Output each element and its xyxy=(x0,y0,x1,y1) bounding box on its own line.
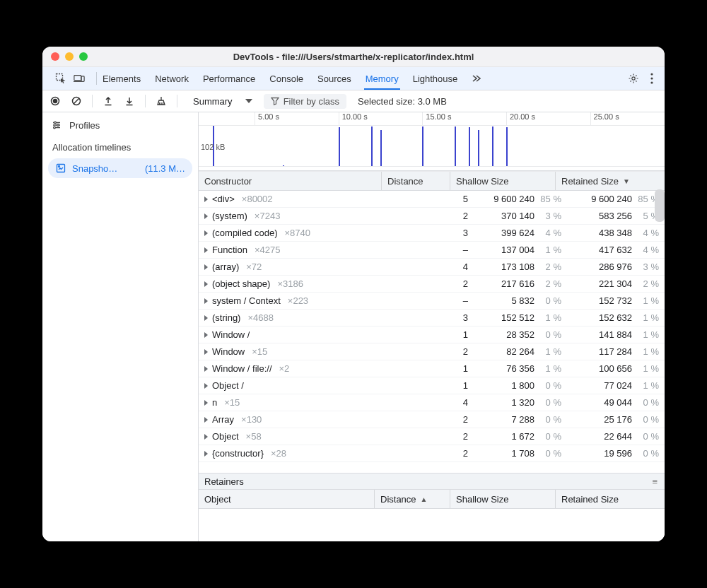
expand-caret-icon[interactable] xyxy=(204,366,208,372)
rcol-distance[interactable]: Distance▲ xyxy=(375,490,450,508)
constructor-name: Object xyxy=(212,431,239,442)
table-row[interactable]: n×1541 3200 %49 0440 % xyxy=(199,394,665,411)
table-row[interactable]: {constructor}×2821 7080 %19 5960 % xyxy=(199,445,665,462)
timeline-y-label: 102 kB xyxy=(201,143,225,151)
instance-count: ×15 xyxy=(252,346,267,357)
constructor-name: (object shape) xyxy=(212,278,270,289)
distance-value: 2 xyxy=(423,448,468,459)
allocation-timeline[interactable]: 5.00 s10.00 s15.00 s20.00 s25.00 s30.00 … xyxy=(199,112,665,171)
col-retained-size[interactable]: Retained Size▼ xyxy=(556,172,665,190)
expand-caret-icon[interactable] xyxy=(204,247,208,253)
tab-elements[interactable]: Elements xyxy=(101,68,142,90)
separator xyxy=(177,95,177,107)
instance-count: ×4688 xyxy=(247,312,274,323)
shallow-size: 1 672 xyxy=(479,431,534,442)
expand-caret-icon[interactable] xyxy=(204,434,208,440)
table-row[interactable]: Window / file://×2176 3561 %100 6561 % xyxy=(199,360,665,377)
close-window-button[interactable] xyxy=(51,52,59,61)
timeline-tick: 20.00 s xyxy=(506,112,535,125)
col-constructor[interactable]: Constructor xyxy=(199,172,382,190)
tab-memory[interactable]: Memory xyxy=(364,68,400,90)
shallow-size: 217 616 xyxy=(479,278,534,289)
table-row[interactable]: Array×13027 2880 %25 1760 % xyxy=(199,411,665,428)
shallow-size: 5 832 xyxy=(479,295,534,306)
svg-point-4 xyxy=(650,73,653,75)
rcol-object[interactable]: Object xyxy=(199,490,375,508)
zoom-window-button[interactable] xyxy=(79,52,88,61)
hamburger-icon[interactable]: ≡ xyxy=(652,476,659,487)
clear-icon[interactable] xyxy=(71,95,82,107)
table-row[interactable]: Object /11 8000 %77 0241 % xyxy=(199,377,665,394)
constructor-name: (array) xyxy=(212,261,239,272)
download-icon[interactable] xyxy=(124,95,135,107)
rcol-shallow[interactable]: Shallow Size xyxy=(450,490,556,508)
grid-body[interactable]: <div>×8000259 600 24085 %9 600 24085 %(s… xyxy=(199,191,665,473)
tab-console[interactable]: Console xyxy=(268,68,305,90)
settings-gear-icon[interactable] xyxy=(628,73,639,84)
traffic-lights xyxy=(51,52,88,61)
expand-caret-icon[interactable] xyxy=(204,298,208,304)
table-row[interactable]: system / Context×223–5 8320 %152 7321 % xyxy=(199,293,665,310)
expand-caret-icon[interactable] xyxy=(204,332,208,338)
tab-lighthouse[interactable]: Lighthouse xyxy=(411,68,460,90)
table-row[interactable]: Function×4275–137 0041 %417 6324 % xyxy=(199,242,665,259)
more-tabs-icon[interactable] xyxy=(470,73,481,84)
shallow-pct: 1 % xyxy=(537,346,561,357)
upload-icon[interactable] xyxy=(103,95,114,107)
instance-count: ×80002 xyxy=(242,194,273,204)
view-dropdown[interactable]: Summary xyxy=(193,95,252,108)
kebab-menu-icon[interactable] xyxy=(646,73,658,84)
tab-network[interactable]: Network xyxy=(153,68,190,90)
table-row[interactable]: (compiled code)×87403399 6244 %438 3484 … xyxy=(199,225,665,242)
retained-size: 77 024 xyxy=(573,380,632,391)
expand-caret-icon[interactable] xyxy=(204,230,208,236)
rcol-retained[interactable]: Retained Size xyxy=(556,490,665,508)
expand-caret-icon[interactable] xyxy=(204,417,208,423)
snapshot-item[interactable]: Snapsho… (11.3 M… xyxy=(48,158,192,178)
snapshot-size: (11.3 M… xyxy=(145,163,185,174)
instance-count: ×72 xyxy=(246,261,262,272)
expand-caret-icon[interactable] xyxy=(204,315,208,321)
retained-size: 286 976 xyxy=(573,261,632,272)
table-row[interactable]: <div>×8000259 600 24085 %9 600 24085 % xyxy=(199,191,665,208)
expand-caret-icon[interactable] xyxy=(204,383,208,389)
expand-caret-icon[interactable] xyxy=(204,213,208,219)
expand-caret-icon[interactable] xyxy=(204,264,208,270)
allocation-bar xyxy=(371,127,373,167)
expand-caret-icon[interactable] xyxy=(204,281,208,287)
expand-caret-icon[interactable] xyxy=(204,196,208,202)
svg-point-3 xyxy=(632,77,635,80)
separator xyxy=(145,95,146,107)
col-distance[interactable]: Distance xyxy=(382,172,450,190)
expand-caret-icon[interactable] xyxy=(204,349,208,355)
table-row[interactable]: (system)×72432370 1403 %583 2565 % xyxy=(199,208,665,225)
device-toggle-icon[interactable] xyxy=(74,73,85,84)
sort-asc-icon: ▲ xyxy=(421,495,428,503)
table-row[interactable]: (object shape)×31862217 6162 %221 3042 % xyxy=(199,276,665,293)
table-row[interactable]: (array)×724173 1082 %286 9763 % xyxy=(199,259,665,276)
scrollbar-thumb[interactable] xyxy=(655,189,665,222)
tab-performance[interactable]: Performance xyxy=(201,68,257,90)
allocation-bar xyxy=(339,127,340,167)
tab-sources[interactable]: Sources xyxy=(316,68,353,90)
instance-count: ×28 xyxy=(271,448,286,459)
retained-size: 417 632 xyxy=(573,245,632,255)
expand-caret-icon[interactable] xyxy=(204,451,208,457)
gc-broom-icon[interactable] xyxy=(156,95,167,107)
svg-point-6 xyxy=(650,81,653,83)
retained-pct: 1 % xyxy=(635,380,659,391)
retained-pct: 1 % xyxy=(635,312,659,323)
filter-by-class[interactable]: Filter by class xyxy=(264,94,346,109)
minimize-window-button[interactable] xyxy=(65,52,74,61)
table-row[interactable]: Object×5821 6720 %22 6440 % xyxy=(199,428,665,445)
inspect-element-icon[interactable] xyxy=(55,73,66,84)
distance-value: – xyxy=(423,245,468,255)
col-shallow-size[interactable]: Shallow Size xyxy=(450,172,556,190)
table-row[interactable]: Window /128 3520 %141 8841 % xyxy=(199,327,665,343)
record-icon[interactable] xyxy=(49,95,61,107)
expand-caret-icon[interactable] xyxy=(204,400,208,406)
distance-value: 4 xyxy=(423,397,468,408)
constructor-name: Window / xyxy=(212,329,250,340)
table-row[interactable]: (string)×46883152 5121 %152 6321 % xyxy=(199,310,665,327)
table-row[interactable]: Window×15282 2641 %117 2841 % xyxy=(199,343,665,360)
